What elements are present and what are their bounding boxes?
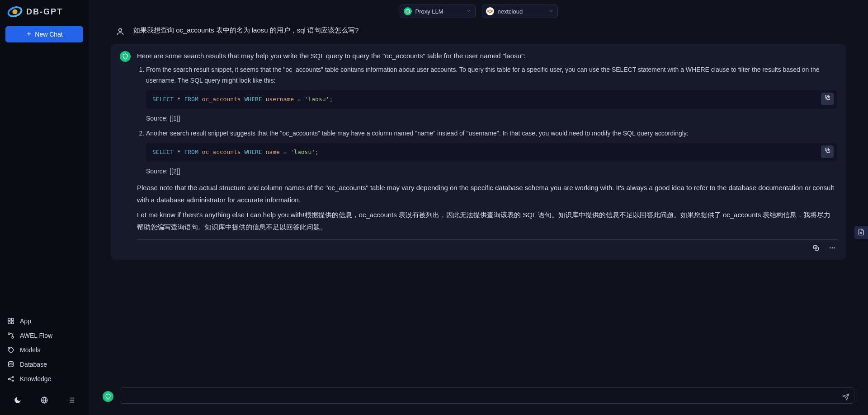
svg-point-22: [489, 10, 491, 13]
globe-icon: [40, 396, 48, 406]
send-icon: [842, 393, 849, 402]
copy-icon: [824, 147, 831, 157]
new-chat-label: New Chat: [35, 31, 62, 38]
code-block: SELECT * FROM oc_accounts WHERE username…: [146, 90, 837, 109]
language-button[interactable]: [38, 394, 51, 407]
sidebar-item-label: Database: [20, 361, 47, 368]
sidebar-item-label: Knowledge: [20, 375, 51, 382]
copy-response-button[interactable]: [811, 243, 821, 253]
svg-rect-5: [11, 318, 14, 321]
code-block: SELECT * FROM oc_accounts WHERE name = '…: [146, 143, 837, 162]
copy-icon: [812, 244, 820, 253]
svg-point-32: [830, 247, 831, 248]
assistant-avatar-icon: [120, 51, 131, 62]
document-icon: [858, 228, 865, 237]
knowledge-icon: [7, 375, 14, 382]
chevron-down-icon: [466, 8, 472, 15]
sidebar-item-knowledge[interactable]: Knowledge: [0, 372, 89, 386]
svg-point-1: [12, 9, 17, 14]
svg-point-13: [12, 377, 14, 378]
sidebar-item-label: AWEL Flow: [20, 332, 52, 339]
copy-code-button[interactable]: [821, 93, 834, 105]
svg-point-34: [834, 247, 835, 248]
list-item-text: From the search result snippet, it seems…: [146, 66, 820, 84]
sidebar-nav: App AWEL Flow Models Database Knowledge: [0, 312, 89, 388]
svg-point-14: [12, 380, 14, 382]
svg-rect-6: [8, 322, 10, 324]
svg-point-11: [9, 361, 14, 363]
topbar: Proxy LLM nextcloud: [89, 0, 868, 20]
svg-line-16: [9, 379, 13, 381]
chat-input[interactable]: [120, 387, 854, 404]
sidebar-item-app[interactable]: App: [0, 314, 89, 328]
assistant-note: Please note that the actual structure an…: [137, 182, 837, 206]
plus-icon: [26, 31, 32, 38]
tag-icon: [7, 346, 14, 354]
send-button[interactable]: [841, 392, 851, 402]
assistant-intro-text: Here are some search results that may he…: [137, 50, 526, 62]
list-item: From the search result snippet, it seems…: [146, 65, 837, 124]
svg-point-23: [487, 11, 488, 12]
more-actions-button[interactable]: [827, 243, 837, 253]
sidebar-item-models[interactable]: Models: [0, 343, 89, 357]
sidebar-item-label: App: [20, 317, 31, 325]
model-select-label: Proxy LLM: [415, 8, 462, 15]
side-panel-toggle-button[interactable]: [854, 226, 868, 239]
user-message-text: 如果我想查询 oc_accounts 表中的名为 laosu 的用户，sql 语…: [133, 26, 359, 35]
more-icon: [829, 244, 836, 253]
assistant-ordered-list: From the search result snippet, it seems…: [137, 65, 837, 177]
database-icon: [7, 361, 14, 368]
svg-rect-7: [11, 322, 14, 324]
chat-area: 如果我想查询 oc_accounts 表中的名为 laosu 的用户，sql 语…: [89, 20, 868, 383]
chevron-down-icon: [548, 8, 554, 15]
collapse-sidebar-button[interactable]: [65, 394, 77, 407]
copy-icon: [824, 94, 831, 104]
source-reference: Source: [[1]]: [146, 113, 837, 124]
svg-point-8: [8, 333, 10, 335]
sidebar-item-label: Models: [20, 346, 40, 354]
svg-line-15: [9, 378, 13, 379]
user-message-row: 如果我想查询 oc_accounts 表中的名为 laosu 的用户，sql 语…: [111, 26, 846, 44]
assistant-actions: [137, 242, 837, 255]
logo: DB-GPT: [0, 0, 89, 23]
svg-rect-4: [8, 318, 10, 321]
new-chat-button[interactable]: New Chat: [5, 26, 83, 42]
logo-text: DB-GPT: [26, 7, 63, 17]
logo-icon: [6, 5, 24, 18]
model-select[interactable]: Proxy LLM: [400, 5, 476, 18]
theme-toggle-button[interactable]: [11, 394, 24, 407]
svg-point-9: [12, 336, 14, 338]
svg-point-33: [832, 247, 833, 248]
svg-point-25: [119, 28, 122, 32]
grid-icon: [7, 317, 14, 325]
divider: [137, 239, 837, 240]
nextcloud-icon: [486, 7, 494, 15]
database-select[interactable]: nextcloud: [482, 5, 558, 18]
database-select-label: nextcloud: [498, 8, 545, 15]
list-item: Another search result snippet suggests t…: [146, 128, 837, 177]
openai-icon: [404, 7, 412, 15]
collapse-icon: [67, 396, 75, 406]
assistant-message-card: Here are some search results that may he…: [111, 44, 846, 260]
sidebar: DB-GPT New Chat App AWEL Flow Models: [0, 0, 89, 415]
main: Proxy LLM nextcloud 如果我想查询 oc_accounts 表…: [89, 0, 868, 415]
source-reference: Source: [[2]]: [146, 166, 837, 177]
flow-icon: [7, 332, 14, 339]
svg-point-10: [9, 348, 10, 349]
assistant-closing: Let me know if there's anything else I c…: [137, 209, 837, 233]
list-item-text: Another search result snippet suggests t…: [146, 130, 689, 137]
svg-point-12: [8, 378, 9, 380]
user-avatar-icon: [115, 27, 125, 37]
sidebar-item-database[interactable]: Database: [0, 357, 89, 372]
input-ai-badge-icon: [103, 391, 113, 402]
copy-code-button[interactable]: [821, 145, 834, 158]
sidebar-footer: [0, 388, 89, 415]
moon-icon: [14, 396, 22, 406]
sidebar-item-awel-flow[interactable]: AWEL Flow: [0, 328, 89, 343]
chat-input-row: [89, 383, 868, 415]
svg-point-24: [491, 11, 493, 12]
